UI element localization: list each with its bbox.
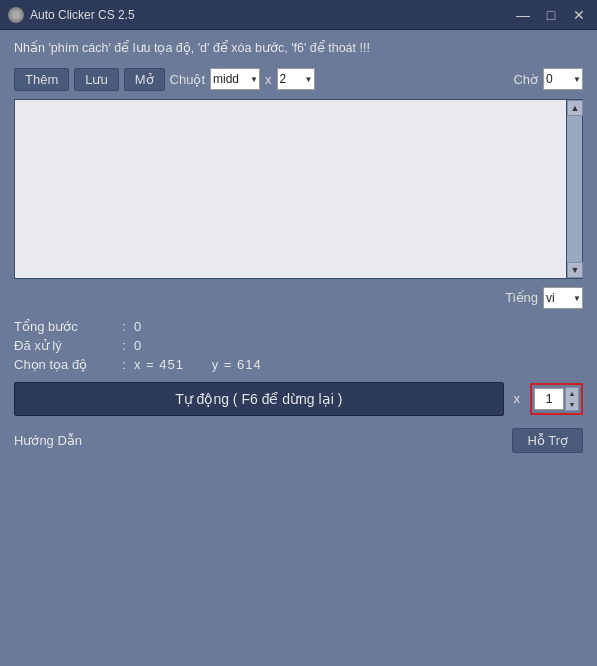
listbox-container: ▲ ▼: [14, 99, 583, 279]
close-button[interactable]: ✕: [569, 5, 589, 25]
title-bar-controls: — □ ✕: [513, 5, 589, 25]
instructions-text: Nhấn 'phím cách' để lưu tọa độ, 'd' để x…: [14, 40, 583, 58]
scroll-down-arrow[interactable]: ▼: [567, 262, 583, 278]
chon-toa-do-colon: :: [114, 357, 134, 372]
scroll-up-arrow[interactable]: ▲: [567, 100, 583, 116]
x-value-wrapper[interactable]: 2 1 3 4 5: [277, 68, 315, 90]
chon-toa-do-row: Chọn tọa độ : x = 451 y = 614: [14, 357, 583, 372]
title-bar: Auto Clicker CS 2.5 — □ ✕: [0, 0, 597, 30]
multiplier-down-arrow[interactable]: ▼: [566, 399, 578, 410]
title-bar-left: Auto Clicker CS 2.5: [8, 7, 135, 23]
da-xu-ly-row: Đã xử lý : 0: [14, 338, 583, 353]
cho-select[interactable]: 0 1 2 5: [543, 68, 583, 90]
auto-button[interactable]: Tự động ( F6 để dừng lại ): [14, 382, 504, 416]
ho-tro-button[interactable]: Hỗ Trợ: [512, 428, 583, 453]
chuot-label: Chuột: [170, 72, 205, 87]
language-row: Tiếng vi en: [14, 287, 583, 309]
coord-x-value: x = 451 y = 614: [134, 357, 262, 372]
chon-toa-do-label: Chọn tọa độ: [14, 357, 114, 372]
steps-listbox[interactable]: [15, 100, 566, 278]
tong-buoc-row: Tổng bước : 0: [14, 319, 583, 334]
scroll-track: [567, 116, 582, 262]
x-multiplier-label: x: [265, 72, 272, 87]
lang-select[interactable]: vi en: [543, 287, 583, 309]
cho-label: Chờ: [513, 72, 538, 87]
them-button[interactable]: Thêm: [14, 68, 69, 91]
multiplier-up-arrow[interactable]: ▲: [566, 388, 578, 399]
da-xu-ly-colon: :: [114, 338, 134, 353]
mo-button[interactable]: Mở: [124, 68, 165, 91]
toolbar: Thêm Lưu Mở Chuột midd left right x 2 1 …: [14, 68, 583, 91]
luu-button[interactable]: Lưu: [74, 68, 118, 91]
maximize-button[interactable]: □: [541, 5, 561, 25]
cho-select-wrapper[interactable]: 0 1 2 5: [543, 68, 583, 90]
lang-label: Tiếng: [505, 290, 538, 305]
tong-buoc-colon: :: [114, 319, 134, 334]
action-row: Tự động ( F6 để dừng lại ) x ▲ ▼: [14, 382, 583, 416]
minimize-button[interactable]: —: [513, 5, 533, 25]
tong-buoc-label: Tổng bước: [14, 319, 114, 334]
tong-buoc-value: 0: [134, 319, 141, 334]
multiplier-input[interactable]: [534, 388, 564, 410]
multiplier-spinner[interactable]: ▲ ▼: [565, 387, 579, 411]
scrollbar-vertical[interactable]: ▲ ▼: [566, 100, 582, 278]
action-x-label: x: [514, 391, 521, 406]
main-content: Nhấn 'phím cách' để lưu tọa độ, 'd' để x…: [0, 30, 597, 465]
app-title: Auto Clicker CS 2.5: [30, 8, 135, 22]
lang-select-wrapper[interactable]: vi en: [543, 287, 583, 309]
app-icon: [8, 7, 24, 23]
footer: Hướng Dẫn Hỗ Trợ: [14, 426, 583, 455]
chuot-select-wrapper[interactable]: midd left right: [210, 68, 260, 90]
chuot-select[interactable]: midd left right: [210, 68, 260, 90]
da-xu-ly-label: Đã xử lý: [14, 338, 114, 353]
da-xu-ly-value: 0: [134, 338, 141, 353]
huong-dan-link[interactable]: Hướng Dẫn: [14, 433, 82, 448]
stats-section: Tổng bước : 0 Đã xử lý : 0 Chọn tọa độ :…: [14, 319, 583, 372]
multiplier-box: ▲ ▼: [530, 383, 583, 415]
x-value-select[interactable]: 2 1 3 4 5: [277, 68, 315, 90]
